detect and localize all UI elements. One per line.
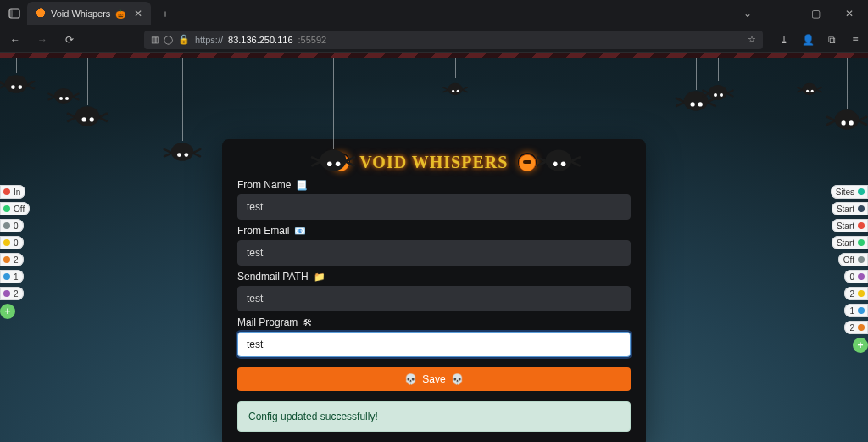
spider-icon: [828, 105, 865, 134]
tools-icon: 🛠: [303, 317, 312, 327]
spider-thread: [810, 58, 810, 78]
pill-label: 2: [849, 289, 854, 299]
nav-forward-icon[interactable]: →: [32, 30, 53, 50]
from-email-label: From Email 📧: [237, 225, 631, 237]
spider-thread: [182, 58, 183, 141]
from-email-input[interactable]: [237, 240, 631, 266]
right-pill[interactable]: Start: [832, 202, 868, 215]
menu-icon[interactable]: ≡: [848, 34, 863, 46]
tab-close-icon[interactable]: ✕: [134, 8, 142, 20]
address-bar[interactable]: ▥ ◯ 🔒 https:// 83.136.250.116 :55592 ☆: [144, 31, 763, 49]
right-pill[interactable]: 2: [844, 321, 868, 334]
status-dot-icon: [858, 188, 865, 195]
left-pill[interactable]: In: [0, 185, 25, 199]
pill-label: 1: [14, 272, 19, 282]
pill-label: 2: [14, 289, 19, 299]
pill-label: Sites: [836, 187, 854, 197]
status-dot-icon: [858, 290, 865, 297]
right-pill[interactable]: Sites: [831, 185, 868, 199]
email-icon: 📧: [294, 226, 306, 237]
right-pill-stack: SitesStartStartStartOff0212+: [831, 185, 868, 353]
browser-titlebar: Void Whispers 🎃 ✕ ＋ ⌄ — ▢ ✕: [0, 0, 868, 27]
extensions-icon[interactable]: ⧉: [824, 34, 839, 46]
spider-thread: [847, 58, 848, 109]
status-dot-icon: [3, 188, 10, 195]
left-pill[interactable]: 1: [0, 270, 24, 283]
skull-icon: 💀: [404, 373, 417, 385]
tab-title: Void Whispers: [51, 8, 110, 19]
tab-strip: Void Whispers 🎃 ✕ ＋: [0, 0, 175, 27]
mail-program-input[interactable]: [237, 332, 631, 357]
browser-toolbar: ← → ⟳ ▥ ◯ 🔒 https:// 83.136.250.116 :555…: [0, 27, 868, 53]
spider-icon: [704, 81, 732, 104]
add-button[interactable]: +: [853, 338, 868, 353]
sidebar-toggle-icon[interactable]: [7, 6, 22, 21]
bookmark-star-icon[interactable]: ☆: [748, 34, 756, 45]
tracking-shield-icon[interactable]: ▥: [151, 35, 159, 44]
success-alert: Config updated successfully!: [237, 401, 631, 432]
add-button[interactable]: +: [0, 304, 15, 319]
spider-thread: [87, 58, 88, 105]
success-alert-text: Config updated successfully!: [248, 411, 378, 422]
folder-icon: 📁: [314, 271, 326, 283]
left-pill[interactable]: 2: [0, 253, 24, 266]
right-pill[interactable]: Start: [832, 236, 868, 249]
downloads-icon[interactable]: ⤓: [776, 34, 792, 46]
sendmail-path-label: Sendmail PATH 📁: [237, 271, 631, 283]
spider-icon: [443, 81, 466, 98]
permissions-icon[interactable]: ◯: [164, 35, 173, 44]
pill-label: Off: [843, 255, 854, 265]
lock-icon[interactable]: 🔒: [178, 34, 190, 45]
status-dot-icon: [858, 222, 865, 229]
new-tab-button[interactable]: ＋: [156, 4, 175, 23]
pill-label: 0: [849, 272, 854, 282]
spider-thread: [64, 58, 64, 85]
save-button[interactable]: 💀 Save 💀: [237, 367, 631, 391]
url-scheme: https://: [195, 35, 223, 45]
nav-reload-icon[interactable]: ⟳: [59, 30, 80, 50]
status-dot-icon: [858, 307, 865, 314]
from-name-label: From Name 📃: [237, 179, 631, 191]
settings-card: VOID WHISPERS From Name 📃 From Email 📧 S…: [222, 139, 646, 442]
right-pill[interactable]: 0: [844, 270, 868, 283]
spider-icon: [798, 81, 821, 98]
right-pill[interactable]: Start: [832, 219, 868, 232]
pill-label: 2: [849, 323, 854, 333]
tab-favicon-icon: [36, 8, 46, 19]
pumpkin-icon: [518, 153, 537, 171]
pill-label: In: [14, 187, 20, 197]
spider-thread: [696, 58, 697, 90]
browser-tab[interactable]: Void Whispers 🎃 ✕: [27, 2, 151, 25]
left-pill-stack: InOff00212+: [0, 185, 30, 319]
pill-label: Start: [837, 238, 854, 248]
spider-thread: [333, 58, 334, 149]
pill-label: Off: [14, 204, 25, 214]
pill-label: 0: [14, 238, 19, 248]
window-overflow-icon[interactable]: ⌄: [734, 8, 761, 20]
left-pill[interactable]: 2: [0, 287, 24, 300]
left-pill[interactable]: Off: [0, 202, 30, 215]
url-port: :55592: [298, 35, 327, 45]
page-content: InOff00212+ SitesStartStartStartOff0212+…: [0, 58, 868, 442]
left-pill[interactable]: 0: [0, 236, 24, 249]
pill-label: Start: [837, 204, 854, 214]
spider-icon: [69, 102, 106, 131]
sendmail-path-input[interactable]: [237, 286, 631, 311]
from-name-input[interactable]: [237, 194, 631, 220]
right-pill[interactable]: 2: [844, 287, 868, 300]
window-maximize-icon[interactable]: ▢: [802, 8, 829, 20]
pill-label: Start: [837, 221, 854, 231]
window-close-icon[interactable]: ✕: [836, 8, 863, 20]
account-icon[interactable]: 👤: [800, 34, 815, 46]
window-minimize-icon[interactable]: —: [768, 8, 795, 20]
spider-thread: [718, 58, 719, 81]
window-controls: ⌄ — ▢ ✕: [734, 8, 868, 20]
nav-back-icon[interactable]: ←: [5, 30, 25, 50]
status-dot-icon: [858, 205, 865, 212]
status-dot-icon: [858, 273, 865, 280]
right-pill[interactable]: 1: [844, 304, 868, 317]
left-pill[interactable]: 0: [0, 219, 24, 232]
status-dot-icon: [3, 222, 10, 229]
mail-program-label-text: Mail Program: [237, 316, 298, 328]
right-pill[interactable]: Off: [838, 253, 868, 266]
